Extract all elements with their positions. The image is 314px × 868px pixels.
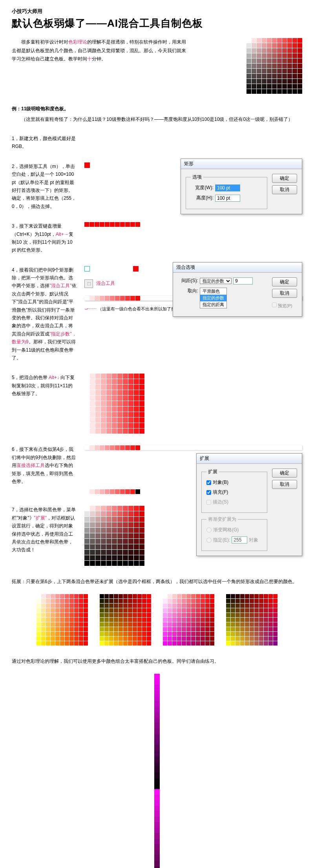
- dialog-title: 矩形: [181, 159, 302, 169]
- stroke-checkbox: [206, 500, 211, 505]
- step5-text: 5，把混合的色带 Alt+↓ 向下复制复制10次，就得到11×11的色板雏形了。: [12, 374, 77, 398]
- fill-label: 填充(F): [213, 489, 228, 496]
- blend-ok-button[interactable]: 确定: [272, 277, 297, 286]
- spacing-label: 间距(S):: [178, 277, 198, 284]
- height-input[interactable]: [215, 195, 240, 202]
- intro-a: 很多童鞋初学设计时对: [21, 39, 68, 45]
- page-title: 默认色板弱爆了——AI混合工具自制色板: [12, 16, 302, 30]
- intro-c: 分钟。: [92, 56, 106, 62]
- orient-label: 取向:: [178, 288, 198, 294]
- dotted-arrow-icon: ⤻⋯⋯: [84, 306, 97, 311]
- red-square: [84, 162, 90, 168]
- blend-cancel-button[interactable]: 取消: [272, 289, 297, 298]
- final-red-black-palette: [84, 506, 302, 566]
- width-input[interactable]: [215, 184, 240, 191]
- example-heading: 例：11级明暗饱和度色板。: [12, 106, 302, 112]
- top-strip: [84, 445, 302, 450]
- expand-cancel-button[interactable]: 取消: [272, 480, 297, 489]
- rect-group-label: 选项: [191, 174, 203, 181]
- opt-distance[interactable]: 指定的距离: [200, 301, 226, 308]
- blend-dialog-title: 混合选项: [173, 263, 302, 273]
- spacing-dropdown[interactable]: 平滑颜色 指定的步数 指定的距离: [200, 288, 227, 308]
- step1-text: 1，新建文档，颜色模式最好是RGB。: [12, 135, 77, 151]
- final-note: 通过对色彩理论的理解，我们可以使用更多中颜色组合太丰富搭配自己的色板。同学们请自…: [12, 657, 302, 666]
- extend-note: 拓展：只要在第6步，上下两条混合色带还未扩展（选中是四个框框，两条线），我们都可…: [12, 578, 302, 586]
- red-strip-11: [84, 222, 302, 227]
- palette-11x11: [84, 374, 302, 434]
- opt-smooth[interactable]: 平滑颜色: [200, 288, 226, 295]
- subtitle: 小技巧大师用: [12, 8, 302, 15]
- intro-palette: [246, 38, 302, 94]
- step2-text: 2，选择矩形工具（m），单击空白处，默认是一个 100×100 pt（默认单位不…: [12, 162, 77, 210]
- blend-tool-icon[interactable]: ⬚: [84, 279, 93, 288]
- cancel-button[interactable]: 取消: [272, 185, 297, 194]
- intro-paragraph: 很多童鞋初学设计时对色彩理论的理解不是很透彻，特别在软件操作时，用来用去都是默认…: [12, 38, 188, 64]
- rectangle-dialog: 矩形 选项 宽度(W): 高度(H): 确定: [181, 159, 302, 214]
- red-square-right: [133, 266, 139, 272]
- step6-text: 6，接下来有点类似第4步，我们将中间的9列色块删除，然后用直接选择工具选中右下角…: [12, 445, 77, 485]
- variant-palettes-row: [12, 594, 302, 646]
- step4-text: 4，接着我们把中间9个矩形删除，把第一个矩形填白色。选中两个矩形，选择"混合工具…: [12, 266, 77, 362]
- step3-text: 3，接下来设置键盘增量（Ctrl+K）为110pt，Alt+→复制10 次，得到…: [12, 222, 77, 254]
- big-final-palette: [154, 674, 160, 868]
- intro-pink2: 十: [87, 56, 92, 62]
- preview-checkbox[interactable]: 预览(P): [272, 303, 297, 309]
- expand-group1: 扩展: [206, 469, 219, 475]
- height-label: 高度(H):: [191, 195, 214, 201]
- obj-checkbox[interactable]: [206, 480, 211, 485]
- expand-dialog-title: 扩展: [197, 454, 302, 464]
- fill-checkbox[interactable]: [206, 490, 211, 495]
- white-square-outline: [84, 266, 90, 272]
- width-label: 宽度(W):: [191, 184, 214, 191]
- blend-options-dialog: 混合选项 间距(S): 指定的步数 取向: 平滑颜色 指定的步数: [173, 262, 302, 317]
- expand-ok-button[interactable]: 确定: [272, 469, 297, 478]
- spacing-value-input[interactable]: [233, 277, 253, 284]
- step7-text: 7，选择红色带和黑色带，菜单栏"对象"》"扩展"，对话框默认设置就行，确定，得到…: [12, 506, 77, 554]
- example-note: （这里就有童鞋奇怪了：为什么是11级？10级整数这样不好吗？——亮度饱和度从10…: [12, 116, 302, 123]
- opt-steps[interactable]: 指定的步数: [200, 295, 226, 301]
- obj-label: 对象(B): [213, 479, 228, 486]
- ok-button[interactable]: 确定: [272, 174, 297, 183]
- intro-pink1: 色彩理论: [68, 39, 87, 45]
- spacing-select[interactable]: 指定的步数: [200, 278, 232, 284]
- stroke-label: 描边(S): [213, 499, 228, 505]
- blend-tool-label: 混合工具: [96, 280, 115, 287]
